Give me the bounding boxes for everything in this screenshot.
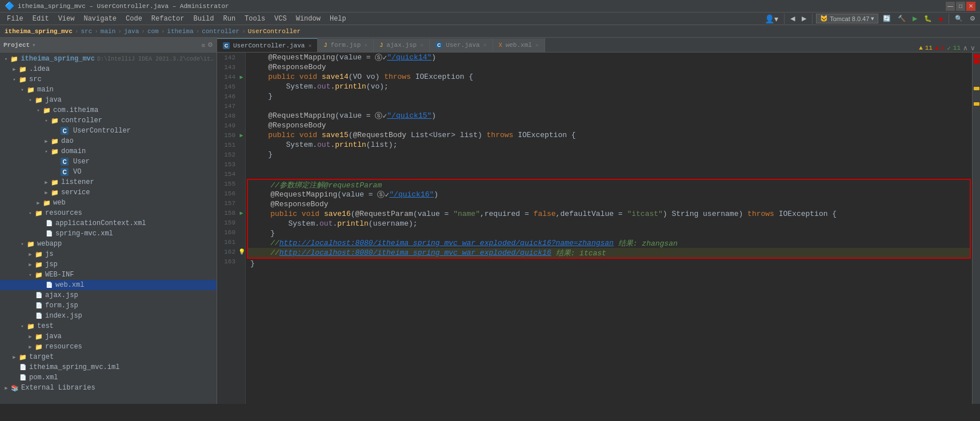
collapse-warnings-button[interactable]: ∧ — [963, 44, 968, 52]
tree-item-webinf[interactable]: ▾ 📁 WEB-INF — [0, 270, 217, 280]
tab-usercontroller[interactable]: C UserController.java ✕ — [217, 38, 318, 52]
build-button[interactable]: 🔨 — [895, 13, 908, 25]
tree-item-java[interactable]: ▾ 📁 java — [0, 95, 217, 105]
sidebar-settings-button[interactable]: ⚙ — [207, 41, 213, 49]
line-row-155: 155 — [217, 179, 245, 189]
code-line-146: } — [246, 91, 972, 101]
tree-item-idea[interactable]: ▶ 📁 .idea — [0, 64, 217, 74]
tree-item-src[interactable]: ▾ 📁 src — [0, 74, 217, 85]
sidebar-collapse-all-button[interactable]: ≡ — [202, 41, 205, 49]
tree-item-service[interactable]: ▶ 📁 service — [0, 187, 217, 198]
breadcrumb-itheima[interactable]: itheima — [167, 28, 193, 35]
breadcrumb-src[interactable]: src — [81, 28, 92, 35]
breadcrumb-com[interactable]: com — [147, 28, 159, 35]
window-controls[interactable]: — □ ✕ — [946, 2, 975, 11]
ext-libs-icon: 📚 — [10, 383, 19, 392]
tree-item-springmvc[interactable]: 📄 spring-mvc.xml — [0, 228, 217, 239]
tree-item-target[interactable]: ▶ 📁 target — [0, 352, 217, 362]
tree-item-dao[interactable]: ▶ 📁 dao — [0, 136, 217, 146]
tab-close-ajaxjsp[interactable]: ✕ — [420, 42, 423, 49]
sidebar: Project ▾ ≡ ⚙ ▾ 📁 itheima_spring_mvc D:\… — [0, 38, 217, 404]
tab-close-formjsp[interactable]: ✕ — [364, 42, 367, 49]
tab-close-webxml[interactable]: ✕ — [535, 42, 539, 49]
menu-navigate[interactable]: Navigate — [79, 14, 121, 24]
tree-item-com-itheima[interactable]: ▾ 📁 com.itheima — [0, 105, 217, 115]
refresh-button[interactable]: 🔄 — [881, 13, 893, 25]
tab-label-usercontroller: UserController.java — [233, 42, 305, 49]
red-box-block: //参数绑定注解@requestParam @RequestMapping(va… — [247, 179, 971, 259]
profile-button[interactable]: 👤▾ — [762, 13, 781, 25]
service-folder-icon: 📁 — [50, 188, 59, 197]
close-button[interactable]: ✕ — [966, 2, 975, 11]
menu-help[interactable]: Help — [325, 14, 351, 24]
expand-warnings-button[interactable]: ∨ — [970, 44, 975, 52]
tree-item-main[interactable]: ▾ 📁 main — [0, 85, 217, 95]
line-row-152: 152 — [217, 150, 245, 159]
tree-item-formjsp[interactable]: 📄 form.jsp — [0, 300, 217, 311]
menu-run[interactable]: Run — [218, 14, 240, 24]
tree-item-indexjsp[interactable]: 📄 index.jsp — [0, 311, 217, 321]
tab-ajaxjsp[interactable]: J ajax.jsp ✕ — [374, 38, 430, 52]
tree-arrow-root: ▾ — [2, 56, 10, 62]
menu-build[interactable]: Build — [189, 14, 218, 24]
tree-item-test[interactable]: ▾ 📁 test — [0, 321, 217, 331]
tree-item-user[interactable]: C User — [0, 157, 217, 167]
search-everywhere-button[interactable]: 🔍 — [953, 13, 965, 25]
tree-item-pomxml[interactable]: 📄 pom.xml — [0, 372, 217, 383]
tree-item-controller[interactable]: ▾ 📁 controller — [0, 115, 217, 126]
tab-formjsp[interactable]: J form.jsp ✕ — [318, 38, 374, 52]
tree-item-external-libs[interactable]: ▶ 📚 External Libraries — [0, 383, 217, 393]
stop-button[interactable]: ■ — [937, 13, 945, 25]
tree-item-listener[interactable]: ▶ 📁 listener — [0, 177, 217, 187]
menu-view[interactable]: View — [54, 14, 79, 24]
menu-tools[interactable]: Tools — [240, 14, 270, 24]
maximize-button[interactable]: □ — [956, 2, 965, 11]
menu-edit[interactable]: Edit — [28, 14, 54, 24]
tree-item-test-java[interactable]: ▶ 📁 java — [0, 331, 217, 342]
tree-item-iml[interactable]: 📄 itheima_spring_mvc.iml — [0, 362, 217, 372]
tree-item-jsp-folder[interactable]: ▶ 📁 jsp — [0, 259, 217, 270]
tab-webxml[interactable]: X web.xml ✕ — [493, 38, 545, 52]
tree-item-ajaxjsp[interactable]: 📄 ajax.jsp — [0, 290, 217, 300]
tree-arrow-web: ▶ — [34, 200, 42, 206]
menu-window[interactable]: Window — [291, 14, 325, 24]
tree-item-vo[interactable]: C VO — [0, 167, 217, 177]
minimize-button[interactable]: — — [946, 2, 955, 11]
tab-close-usercontroller[interactable]: ✕ — [308, 42, 311, 49]
jsp-icon-index: 📄 — [34, 311, 43, 320]
tree-item-webxml[interactable]: 📄 web.xml — [0, 280, 217, 290]
tree-item-web[interactable]: ▶ 📁 web — [0, 198, 217, 208]
breadcrumb-main[interactable]: main — [101, 28, 115, 35]
xml-icon-springmvc: 📄 — [45, 229, 54, 238]
xml-icon-appctx: 📄 — [45, 219, 54, 228]
tomcat-button[interactable]: 🐱 Tomcat 8.0.47 ▾ — [816, 14, 878, 23]
menu-code[interactable]: Code — [121, 14, 147, 24]
tree-label-springmvc: spring-mvc.xml — [55, 230, 113, 238]
back-button[interactable]: ◀ — [788, 13, 797, 25]
tree-item-js[interactable]: ▶ 📁 js — [0, 249, 217, 259]
tree-item-test-resources[interactable]: ▶ 📁 resources — [0, 342, 217, 352]
tree-item-applicationcontext[interactable]: 📄 applicationContext.xml — [0, 218, 217, 228]
debug-button[interactable]: 🐛 — [922, 13, 934, 25]
menu-vcs[interactable]: VCS — [270, 14, 291, 24]
breadcrumb-usercontroller[interactable]: UserController — [248, 28, 301, 35]
settings-button[interactable]: ⚙ — [967, 13, 978, 25]
tree-item-domain[interactable]: ▾ 📁 domain — [0, 146, 217, 157]
breadcrumb-java[interactable]: java — [124, 28, 139, 35]
breadcrumb-controller[interactable]: controller — [202, 28, 239, 35]
code-line-153 — [246, 159, 972, 169]
run-button[interactable]: ▶ — [910, 13, 919, 25]
forward-button[interactable]: ▶ — [799, 13, 809, 25]
menu-refactor[interactable]: Refactor — [147, 14, 189, 24]
tree-label-webinf: WEB-INF — [45, 271, 74, 279]
tree-item-webapp[interactable]: ▾ 📁 webapp — [0, 239, 217, 249]
tree-arrow-src: ▾ — [10, 77, 18, 83]
tab-userjava[interactable]: C User.java ✕ — [430, 38, 493, 52]
code-content[interactable]: @RequestMapping(value = ⓢ✓"/quick14") @R… — [246, 53, 972, 404]
tab-close-userjava[interactable]: ✕ — [483, 42, 487, 49]
tree-item-root[interactable]: ▾ 📁 itheima_spring_mvc D:\IntelliJ IDEA … — [0, 54, 217, 64]
menu-file[interactable]: File — [2, 14, 28, 24]
tree-item-usercontroller[interactable]: C UserController — [0, 126, 217, 136]
breadcrumb-project[interactable]: itheima_spring_mvc — [5, 28, 73, 35]
tree-item-resources[interactable]: ▾ 📁 resources — [0, 208, 217, 218]
